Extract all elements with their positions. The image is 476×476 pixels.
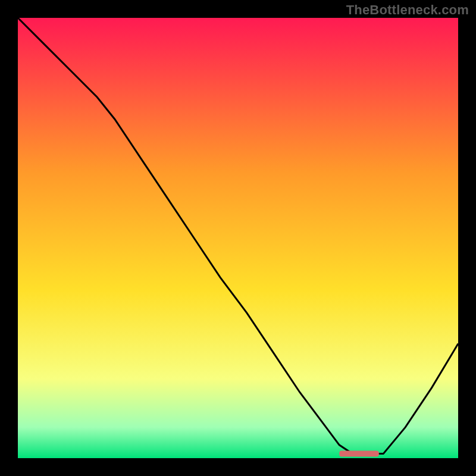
optimal-range-marker <box>339 451 379 457</box>
plot-area <box>18 18 458 458</box>
watermark-text: TheBottleneck.com <box>346 2 469 18</box>
chart-frame: TheBottleneck.com <box>0 0 476 476</box>
bottleneck-chart <box>18 18 458 458</box>
